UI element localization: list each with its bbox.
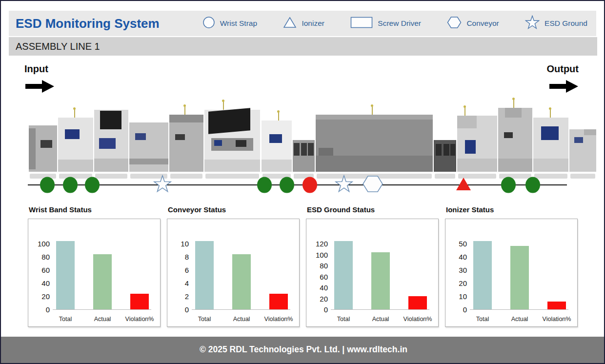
x-category-label: Violation% [399,316,436,323]
y-tick-label: 60 [306,273,328,282]
machine-part [100,111,121,129]
bar-actual [93,254,112,309]
bar-violation [547,302,566,309]
legend-item-wrist-strap: Wrist Strap [202,16,257,31]
x-category-label: Total [186,316,223,323]
machine-part [319,148,333,156]
chart-panel: Wrist Band Status020406080100TotalActual… [28,205,161,327]
machine-part [135,133,146,140]
y-tick-label: 0 [306,305,328,314]
chart-title: Conveyor Status [168,205,300,214]
header: ESD Monitoring System Wrist Strap Ionize… [9,11,596,36]
y-tick-label: 80 [306,262,328,270]
chart-panel: Conveyor Status0246810TotalActualViolati… [167,205,300,327]
status-marker-star-outline [335,175,353,195]
machine-base-pad [205,174,259,179]
machine-part [308,143,314,156]
x-category-label: Violation% [260,316,297,323]
x-category-label: Violation% [538,316,575,323]
status-marker-circle-ok [257,177,272,193]
footer-inner: © 2025 RDL Technologies Pvt. Ltd. | www.… [1,337,605,362]
chart-baseline [192,309,290,310]
chart-panel: Ionizer Status01020304050TotalActualViol… [445,205,578,327]
machine-base-pad [59,174,92,179]
y-tick-label: 30 [445,266,467,275]
bar-total [195,241,214,309]
y-tick-label: 0 [28,305,50,314]
status-marker-circle-ok [525,177,540,193]
y-tick-label: 0 [445,305,467,314]
machine-part [262,160,292,172]
machine-base-pad [435,174,455,179]
machine-base-pad [95,174,127,179]
x-category-label: Total [325,316,362,323]
status-marker-circle-ok [501,177,516,193]
bar-total [334,241,353,309]
machine-part [450,144,455,156]
arrow-shaft [549,84,566,89]
machine-part [204,160,260,172]
machine-part [40,140,52,148]
machine-part [236,140,246,147]
y-tick-label: 20 [445,279,467,288]
machine [434,140,456,172]
x-category-label: Actual [501,316,538,323]
status-marker-circle-ok [85,177,100,193]
machine [569,129,596,172]
x-category-label: Total [464,316,501,323]
signal-post-icon [74,109,75,118]
chart-baseline [53,309,151,310]
machine-part [457,116,477,128]
machine-part [465,140,476,154]
x-category-label: Actual [362,316,399,323]
bar-actual [232,254,251,309]
machine [129,122,168,172]
chart-plot-area: 0246810TotalActualViolation% [167,219,300,327]
arrow-shaft [25,84,42,89]
chart-baseline [331,309,429,310]
bar-violation [408,296,427,309]
y-tick-label: 100 [28,240,50,248]
machine-part [214,140,222,146]
chart-title: Wrist Band Status [29,205,161,214]
y-tick-label: 100 [306,251,328,260]
machine [316,115,433,172]
y-tick-label: 4 [167,279,189,288]
y-tick-label: 50 [445,240,467,248]
y-tick-label: 2 [167,292,189,301]
machine [58,118,93,172]
machine-part [504,132,513,138]
machine-part [498,159,532,172]
signal-post-icon [223,101,224,110]
bar-total [473,241,492,309]
machine-part [99,138,116,149]
assembly-line-illustration [1,101,605,182]
chart-plot-area: 01020304050TotalActualViolation% [445,219,578,327]
machine [29,125,57,172]
machine-part [175,134,185,140]
machine-part [505,108,522,118]
legend-label: Conveyor [466,19,499,28]
wrist-strap-circle-icon [202,16,215,31]
bar-total [56,241,75,309]
status-marker-triangle-violation [455,177,472,193]
machine-part [436,144,442,156]
machine-part [269,134,282,143]
status-marker-star-outline [153,175,172,195]
machine-part [574,137,583,143]
machine [262,121,292,172]
machine-part [94,159,128,172]
signal-post-icon [184,106,185,115]
signal-post-icon [464,107,465,116]
status-marker-circle-ok [280,177,294,193]
app-title: ESD Monitoring System [16,16,160,31]
machine-part [533,159,568,172]
machine-part [129,159,168,164]
legend-item-ionizer: Ionizer [283,17,324,31]
machine-part [301,143,307,156]
chart-plot-area: 020406080100TotalActualViolation% [28,219,161,327]
y-tick-label: 20 [306,295,328,303]
esd-monitoring-page: ESD Monitoring System Wrist Strap Ionize… [0,0,605,364]
chart-plot-area: 020406080100120TotalActualViolation% [306,219,439,327]
chart-title: ESD Ground Status [307,205,439,214]
